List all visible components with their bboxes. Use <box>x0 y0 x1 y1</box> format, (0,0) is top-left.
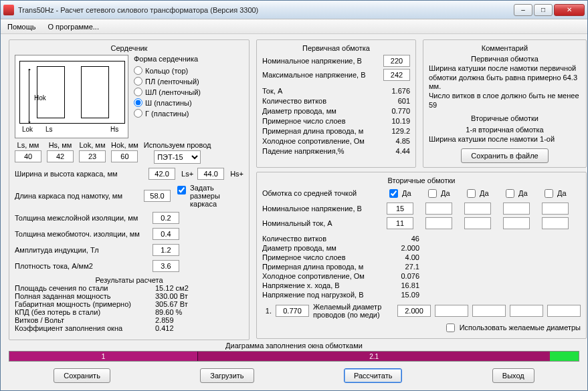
secondary-label: Холодное сопротивление, Ом <box>262 272 383 280</box>
sec-inom-input[interactable] <box>464 217 491 229</box>
primary-vnom-input[interactable] <box>383 55 410 67</box>
menu-about[interactable]: О программе... <box>48 23 99 31</box>
radio-pl[interactable]: ПЛ (ленточный) <box>134 77 201 86</box>
frame-w-input[interactable] <box>149 168 175 180</box>
primary-label: Ток, А <box>262 87 373 95</box>
core-shape-selector: Форма сердечника Кольцо (тор) ПЛ (ленточ… <box>134 55 201 138</box>
primary-value: 10.19 <box>373 117 410 125</box>
primary-value: 601 <box>373 97 410 105</box>
desired-diam-input[interactable] <box>472 305 506 317</box>
maximize-button[interactable]: □ <box>534 4 553 16</box>
secondary-label: Диаметр провода, мм <box>262 244 383 252</box>
primary-label: Примерное число слоев <box>262 117 373 125</box>
result-value: 2.859 <box>155 316 209 324</box>
ls-input[interactable] <box>15 150 41 162</box>
desired-diam-input[interactable] <box>435 305 468 317</box>
core-panel: Сердечник Hok Lok Ls Hs Форма сердечника <box>9 39 250 340</box>
primary-value: 4.85 <box>373 137 410 145</box>
sec-inom-input[interactable] <box>503 217 530 229</box>
load-button[interactable]: Загрузить <box>200 368 254 383</box>
hs-input[interactable] <box>47 150 74 162</box>
primary-label: Холодное сопротивление, Ом <box>262 137 373 145</box>
result-value: 330.00 Вт <box>155 292 209 300</box>
center-tap-checkbox[interactable]: Да <box>503 187 538 200</box>
radio-sh[interactable]: Ш (пластины) <box>134 98 201 107</box>
result-value: 15.12 см2 <box>155 284 209 292</box>
hok-input[interactable] <box>111 150 138 162</box>
secondary-label: Количество витков <box>262 235 383 243</box>
secondary-label: Напряжение под нагрузкой, В <box>262 291 383 299</box>
frame-len-input[interactable] <box>144 190 171 202</box>
save-button[interactable]: Сохранить <box>54 368 110 383</box>
result-value: 305.67 Вт <box>155 300 209 308</box>
result-label: Площадь сечения по стали <box>15 284 155 292</box>
primary-value: 4.44 <box>373 147 410 155</box>
save-comments-button[interactable]: Сохранить в файле <box>461 148 548 163</box>
d-actual-input[interactable] <box>276 305 309 317</box>
secondary-panel: Вторичные обмотки Обмотка со средней точ… <box>256 172 587 339</box>
minimize-button[interactable]: – <box>514 4 532 16</box>
core-diagram: Hok Lok Ls Hs <box>15 55 128 138</box>
jdens-input[interactable] <box>153 260 179 272</box>
center-tap-checkbox[interactable]: Да <box>464 187 499 200</box>
desired-diam-input[interactable] <box>510 305 543 317</box>
result-value: 0.412 <box>155 324 209 332</box>
calc-button[interactable]: Рассчитать <box>344 368 402 383</box>
secondary-value: 4.00 <box>383 253 419 261</box>
secondary-value: 46 <box>383 235 419 243</box>
primary-label: Примерная длина провода, м <box>262 127 373 135</box>
center-tap-checkbox[interactable]: Да <box>387 187 421 200</box>
core-title: Сердечник <box>15 44 243 52</box>
sec-vnom-input[interactable] <box>503 203 530 215</box>
interlayer-input[interactable] <box>153 212 179 224</box>
secondary-value: 0.076 <box>383 272 419 280</box>
set-frame-checkbox[interactable]: Задать размеры каркаса <box>175 184 243 208</box>
sec-inom-input[interactable] <box>542 217 569 229</box>
window-title: Trans50Hz - Расчет сетевого силового тра… <box>18 6 514 14</box>
frame-h-input[interactable] <box>197 168 224 180</box>
primary-value: 0.770 <box>373 107 410 115</box>
diagram-segment-free <box>550 352 579 361</box>
radio-shl[interactable]: ШЛ (ленточный) <box>134 88 201 96</box>
fill-diagram: 1 2.1 <box>9 351 579 362</box>
titlebar: Trans50Hz - Расчет сетевого силового тра… <box>1 1 587 19</box>
wire-select[interactable]: ПЭТ-15 <box>154 150 201 164</box>
secondary-value: 16.81 <box>383 281 419 289</box>
center-tap-checkbox[interactable]: Да <box>425 187 460 200</box>
app-icon <box>3 5 14 15</box>
radio-ring[interactable]: Кольцо (тор) <box>134 66 201 75</box>
exit-button[interactable]: Выход <box>492 368 534 383</box>
menu-help[interactable]: Помощь <box>7 23 36 31</box>
desired-diam-input[interactable] <box>397 305 431 317</box>
bamp-input[interactable] <box>153 244 179 256</box>
interwind-input[interactable] <box>153 228 179 240</box>
primary-label: Падение напряжения,% <box>262 147 373 155</box>
secondary-value: 2.000 <box>383 244 419 252</box>
secondary-value: 27.1 <box>383 263 419 271</box>
diagram-segment-primary: 1 <box>9 352 197 361</box>
use-desired-checkbox[interactable]: Использовать желаемые диаметры <box>444 321 581 334</box>
primary-label: Диаметр провода, мм <box>262 107 373 115</box>
result-label: Коэффициент заполнения окна <box>15 324 155 332</box>
primary-vmax-input[interactable] <box>383 69 410 81</box>
sec-inom-input[interactable] <box>425 217 452 229</box>
menubar: Помощь О программе... <box>1 19 587 34</box>
comments-panel: Комментарий Первичная обмотка Ширина кат… <box>423 39 587 168</box>
result-label: Витков / Вольт <box>15 316 155 324</box>
lok-input[interactable] <box>79 150 106 162</box>
sec-inom-input[interactable] <box>387 217 413 229</box>
result-label: КПД (без потерь в стали) <box>15 308 155 316</box>
primary-title: Первичная обмотка <box>262 44 410 52</box>
diagram-title: Диаграмма заполнения окна обмотками <box>9 342 579 350</box>
sec-vnom-input[interactable] <box>464 203 491 215</box>
close-button[interactable]: ✕ <box>554 4 585 16</box>
primary-value: 129.2 <box>373 127 410 135</box>
center-tap-checkbox[interactable]: Да <box>542 187 577 200</box>
sec-vnom-input[interactable] <box>425 203 452 215</box>
results-title: Результаты расчета <box>15 276 243 284</box>
sec-vnom-input[interactable] <box>542 203 569 215</box>
radio-g[interactable]: Г (пластины) <box>134 109 201 118</box>
sec-vnom-input[interactable] <box>387 203 413 215</box>
result-label: Габаритная мощность (примерно) <box>15 300 155 308</box>
desired-diam-input[interactable] <box>547 305 581 317</box>
